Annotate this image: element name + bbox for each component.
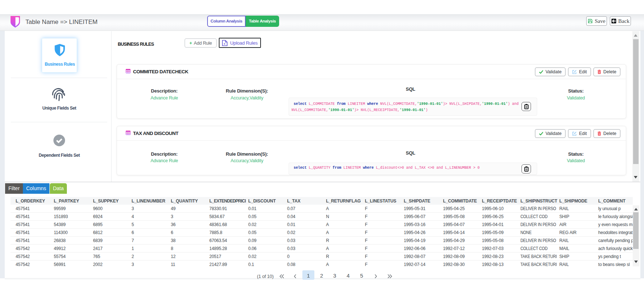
svg-text:x: x [224,42,226,45]
